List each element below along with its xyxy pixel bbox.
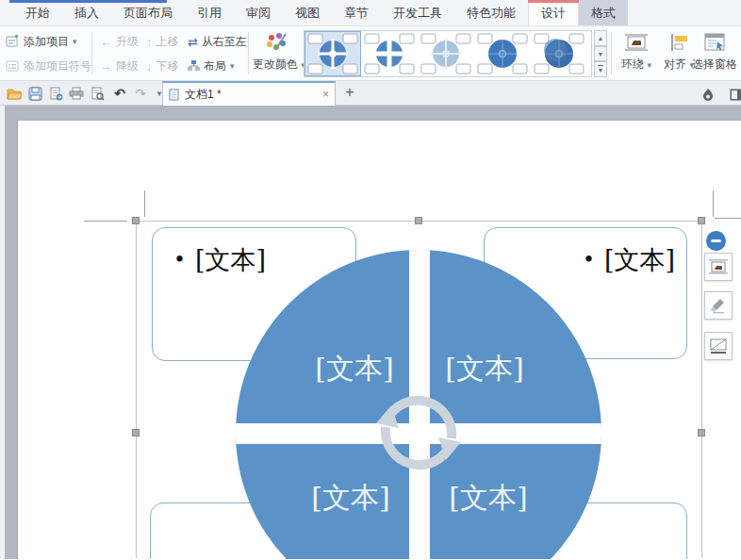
document-page[interactable]: •[文本] •[文本] [文本] [文本] [文本] [文本]	[17, 121, 741, 559]
promote-label: 升级	[116, 34, 139, 50]
tab-special-features[interactable]: 特色功能	[454, 0, 528, 25]
align-icon	[668, 32, 689, 53]
paint-brush-icon	[709, 297, 728, 314]
gallery-more-icon: ▼	[598, 65, 604, 74]
ribbon-separator	[248, 32, 249, 74]
ribbon: 添加项目▾ 添加项目符号 ←升级 ↑上移 ⇄从右至左 →降级 ↓下移 布局▾	[0, 26, 741, 81]
style-2-icon	[364, 33, 415, 74]
print-preview-icon	[91, 87, 105, 101]
chevron-down-icon: ▾	[230, 61, 235, 71]
demote-button[interactable]: →降级	[100, 56, 139, 76]
text-placeholder: [文本]	[195, 245, 266, 274]
contrast-box-icon	[709, 338, 728, 354]
canvas-left-gutter	[0, 106, 5, 559]
selection-handle-top-center[interactable]	[415, 217, 422, 224]
document-tab[interactable]: 文档1 * ×	[162, 81, 336, 106]
bullet-text[interactable]: •[文本]	[173, 243, 266, 277]
chevron-down-icon: ▾	[73, 37, 77, 46]
style-3-icon	[420, 33, 471, 74]
gallery-scroll: ▲ ▼ ▼	[594, 30, 607, 77]
add-item-label: 添加项目	[24, 34, 69, 50]
gallery-scroll-up-button[interactable]: ▲	[594, 30, 607, 46]
print-preview-button[interactable]	[89, 85, 106, 102]
style-brush-float-button[interactable]	[704, 291, 733, 320]
move-up-label: 上移	[156, 34, 179, 50]
org-chart-icon	[188, 60, 200, 72]
document-tab-title: 文档1 *	[185, 87, 222, 103]
quickbar-right-icon-1[interactable]	[700, 86, 716, 103]
smartart-style-thumbnail-2[interactable]	[361, 31, 418, 76]
redo-button[interactable]: ↷	[132, 85, 149, 102]
selection-handle-top-right[interactable]	[698, 217, 705, 224]
promote-button[interactable]: ←升级	[100, 31, 139, 52]
move-down-label: 下移	[156, 58, 179, 74]
smartart-style-thumbnail-5[interactable]	[531, 31, 587, 76]
selection-handle-top-left[interactable]	[132, 217, 140, 224]
wrap-text-float-button[interactable]	[704, 253, 733, 281]
arrow-up-icon: ↑	[146, 36, 153, 48]
change-colors-button[interactable]: 更改颜色 ▾	[253, 30, 302, 73]
add-bullet-button[interactable]: 添加项目符号	[6, 56, 91, 76]
tab-developer[interactable]: 开发工具	[381, 0, 454, 25]
selection-handle-mid-left[interactable]	[132, 429, 140, 436]
chevron-down-icon: ▾	[647, 60, 651, 70]
selection-handle-mid-right[interactable]	[698, 429, 705, 436]
redo-icon: ↷	[135, 86, 146, 101]
layout-options-float-button[interactable]	[706, 231, 726, 251]
selection-pane-button[interactable]: 选择窗格	[690, 30, 739, 73]
chevron-down-icon: ▾	[157, 89, 162, 98]
add-item-icon	[6, 35, 20, 48]
save-floppy-icon	[28, 87, 42, 101]
ribbon-separator	[611, 32, 612, 74]
tab-home[interactable]: 开始	[13, 0, 62, 25]
panel-toggle-icon	[730, 89, 741, 101]
bullet-text[interactable]: •[文本]	[583, 243, 675, 277]
tab-insert[interactable]: 插入	[62, 0, 111, 25]
ribbon-separator	[91, 32, 92, 74]
new-tab-button[interactable]: +	[341, 84, 358, 101]
change-colors-label: 更改颜色	[253, 58, 298, 71]
minus-icon	[711, 239, 721, 242]
tab-page-layout[interactable]: 页面布局	[111, 0, 185, 25]
style-5-icon	[534, 33, 585, 74]
contrast-float-button[interactable]	[704, 332, 733, 360]
smartart-style-thumbnail-1[interactable]	[305, 31, 361, 76]
smartart-style-thumbnail-4[interactable]	[474, 31, 531, 76]
tab-references[interactable]: 引用	[185, 0, 234, 25]
export-button[interactable]	[47, 85, 64, 102]
margin-mark-top-left-vertical	[144, 190, 145, 217]
right-to-left-button[interactable]: ⇄从右至左	[188, 31, 247, 52]
wrap-button[interactable]: 环绕 ▾	[617, 30, 656, 73]
text-wrap-icon	[709, 258, 728, 275]
smartart-style-thumbnail-3[interactable]	[418, 31, 474, 76]
gallery-more-button[interactable]: ▼	[594, 61, 607, 77]
layout-button[interactable]: 布局▾	[188, 56, 235, 76]
add-item-button[interactable]: 添加项目▾	[6, 31, 77, 52]
quickbar-right-icon-2[interactable]	[728, 86, 741, 103]
arrow-right-icon: →	[100, 60, 112, 73]
undo-button[interactable]: ↶	[111, 85, 128, 102]
close-tab-button[interactable]: ×	[322, 88, 329, 101]
selection-pane-icon	[703, 32, 726, 53]
print-button[interactable]	[68, 85, 85, 102]
tab-section[interactable]: 章节	[332, 0, 381, 25]
add-bullet-label: 添加项目符号	[24, 58, 91, 74]
gallery-scroll-down-button[interactable]: ▼	[594, 46, 607, 62]
selection-frame-right	[701, 221, 702, 558]
open-folder-icon	[7, 87, 23, 100]
color-palette-icon	[266, 32, 288, 53]
open-file-button[interactable]	[6, 85, 23, 102]
tab-design-active[interactable]: 设计	[528, 0, 579, 25]
tab-review[interactable]: 审阅	[234, 0, 283, 25]
move-down-button[interactable]: ↓下移	[146, 56, 179, 76]
move-up-button[interactable]: ↑上移	[146, 31, 179, 52]
arrow-down-icon: ↓	[146, 60, 153, 73]
save-button[interactable]	[26, 85, 43, 102]
scroll-down-icon: ▼	[598, 51, 604, 58]
plus-icon: +	[345, 84, 354, 101]
tab-view[interactable]: 视图	[283, 0, 332, 25]
selection-frame-left	[136, 221, 137, 558]
layout-label: 布局	[204, 58, 226, 74]
tab-format[interactable]: 格式	[579, 0, 628, 25]
wrap-label: 环绕	[621, 58, 644, 71]
